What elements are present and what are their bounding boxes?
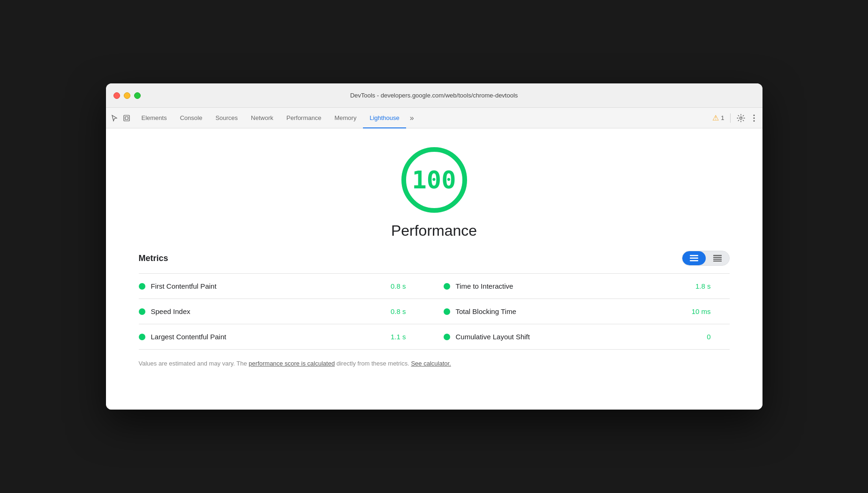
warning-icon: ⚠ [712, 113, 719, 122]
svg-point-3 [753, 114, 755, 116]
score-section: 100 Performance [134, 147, 734, 239]
metric-tbt: Total Blocking Time 10 ms [434, 299, 730, 324]
svg-point-5 [753, 120, 755, 121]
settings-button[interactable] [736, 113, 746, 123]
maximize-button[interactable] [134, 92, 141, 99]
score-label: Performance [391, 222, 477, 239]
score-value: 100 [412, 166, 456, 194]
metric-name-si: Speed Index [151, 307, 385, 315]
metric-cls: Cumulative Layout Shift 0 [434, 324, 730, 349]
metric-fcp: First Contentful Paint 0.8 s [139, 274, 434, 299]
metrics-label: Metrics [139, 254, 168, 263]
metrics-divider-bottom [139, 349, 730, 350]
window-title: DevTools - developers.google.com/web/too… [350, 92, 518, 99]
view-toggle [682, 251, 730, 266]
metrics-row-3: Largest Contentful Paint 1.1 s Cumulativ… [139, 324, 730, 349]
tab-performance[interactable]: Performance [280, 108, 328, 128]
metric-value-tbt: 10 ms [692, 307, 730, 315]
tab-network[interactable]: Network [244, 108, 280, 128]
warning-count: 1 [721, 114, 724, 121]
metric-value-fcp: 0.8 s [391, 282, 425, 290]
tab-lighthouse[interactable]: Lighthouse [363, 108, 406, 128]
svg-point-4 [753, 117, 755, 119]
metric-dot-lcp [139, 334, 145, 340]
devtools-tabbar: Elements Console Sources Network Perform… [106, 108, 762, 128]
metrics-section: Metrics [139, 251, 730, 368]
metric-value-tti: 1.8 s [695, 282, 730, 290]
metric-name-tti: Time to Interactive [456, 282, 690, 290]
footer-text-middle: directly from these metrics. [335, 360, 411, 367]
score-circle: 100 [401, 147, 467, 213]
metric-lcp: Largest Contentful Paint 1.1 s [139, 324, 434, 349]
traffic-lights [113, 92, 141, 99]
close-button[interactable] [113, 92, 120, 99]
svg-rect-8 [690, 260, 698, 261]
metrics-row-1: First Contentful Paint 0.8 s Time to Int… [139, 274, 730, 299]
metric-dot-si [139, 308, 145, 315]
list-view-button[interactable] [682, 251, 706, 265]
metrics-header: Metrics [139, 251, 730, 266]
tab-sources[interactable]: Sources [209, 108, 244, 128]
tab-elements[interactable]: Elements [135, 108, 174, 128]
footer-note: Values are estimated and may vary. The p… [139, 359, 730, 368]
devtools-actions: ⚠ 1 [712, 113, 758, 123]
metric-name-fcp: First Contentful Paint [151, 282, 385, 290]
more-tabs-button[interactable]: » [406, 108, 418, 128]
metric-name-lcp: Largest Contentful Paint [151, 333, 385, 341]
performance-score-link[interactable]: performance score is calculated [249, 360, 335, 367]
metric-dot-tti [444, 283, 450, 290]
metric-si: Speed Index 0.8 s [139, 299, 434, 324]
main-content: 100 Performance Metrics [106, 128, 762, 410]
tab-memory[interactable]: Memory [328, 108, 363, 128]
toolbar-separator [730, 113, 731, 123]
metric-dot-cls [444, 334, 450, 340]
warning-badge[interactable]: ⚠ 1 [712, 113, 724, 122]
metric-tti: Time to Interactive 1.8 s [434, 274, 730, 299]
minimize-button[interactable] [124, 92, 130, 99]
svg-rect-9 [713, 255, 722, 256]
layers-icon[interactable] [122, 113, 131, 123]
metric-value-si: 0.8 s [391, 307, 425, 315]
grid-view-button[interactable] [706, 251, 729, 265]
svg-rect-0 [124, 115, 129, 121]
toolbar-icons [110, 113, 131, 123]
metric-name-tbt: Total Blocking Time [456, 307, 686, 315]
svg-rect-1 [125, 117, 128, 120]
calculator-link[interactable]: See calculator. [411, 360, 451, 367]
svg-rect-6 [690, 255, 698, 256]
more-options-button[interactable] [749, 113, 759, 123]
metric-dot-fcp [139, 283, 145, 290]
tab-list: Elements Console Sources Network Perform… [135, 108, 713, 128]
metric-dot-tbt [444, 308, 450, 315]
metrics-row-2: Speed Index 0.8 s Total Blocking Time 10… [139, 299, 730, 324]
metric-value-lcp: 1.1 s [391, 333, 425, 341]
browser-window: DevTools - developers.google.com/web/too… [106, 83, 762, 410]
svg-rect-10 [713, 257, 722, 258]
cursor-icon[interactable] [110, 113, 119, 123]
svg-point-2 [740, 117, 742, 119]
footer-text-before: Values are estimated and may vary. The [139, 360, 249, 367]
svg-rect-11 [713, 259, 722, 260]
tab-console[interactable]: Console [174, 108, 209, 128]
metric-value-cls: 0 [707, 333, 729, 341]
metric-name-cls: Cumulative Layout Shift [456, 333, 702, 341]
svg-rect-12 [713, 261, 722, 261]
title-bar: DevTools - developers.google.com/web/too… [106, 83, 762, 108]
svg-rect-7 [690, 258, 698, 259]
